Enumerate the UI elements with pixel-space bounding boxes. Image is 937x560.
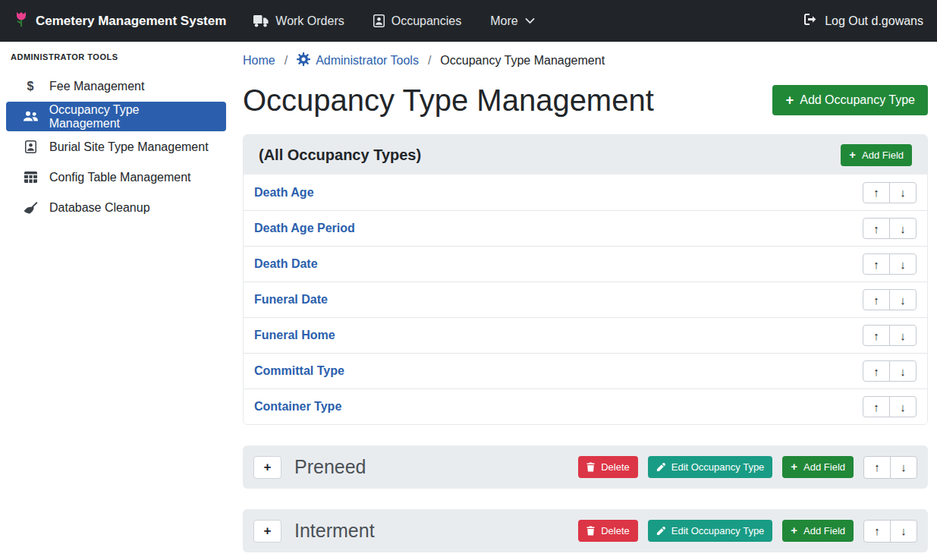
move-up-button[interactable]: ↑ [863, 253, 890, 275]
sidebar-item-fee-management[interactable]: $ Fee Management [6, 71, 226, 101]
delete-button[interactable]: Delete [578, 456, 638, 478]
delete-button[interactable]: Delete [578, 520, 638, 542]
breadcrumb-separator: / [428, 54, 431, 68]
move-up-button[interactable]: ↑ [863, 360, 890, 382]
reorder-controls: ↑ ↓ [863, 520, 917, 543]
sidebar-item-database-cleanup[interactable]: Database Cleanup [6, 193, 226, 222]
button-label: Edit Occupancy Type [671, 525, 765, 536]
dollar-icon: $ [21, 80, 39, 93]
breadcrumb-current: Occupancy Type Management [440, 54, 605, 68]
button-label: Add Field [803, 525, 845, 536]
add-field-button[interactable]: + Add Field [782, 520, 854, 542]
expand-button[interactable]: + [253, 456, 281, 479]
portrait-icon [21, 140, 39, 153]
field-link[interactable]: Funeral Date [254, 293, 328, 307]
field-link[interactable]: Death Age [254, 186, 314, 200]
arrow-down-icon: ↓ [900, 222, 906, 235]
arrow-up-icon: ↑ [874, 524, 880, 537]
reorder-controls: ↑ ↓ [863, 253, 917, 275]
arrow-up-icon: ↑ [873, 222, 879, 235]
arrow-up-icon: ↑ [873, 294, 879, 307]
sidebar-item-occupancy-type-management[interactable]: Occupancy Type Management [6, 102, 226, 131]
move-up-button[interactable]: ↑ [863, 218, 890, 239]
logout-icon [804, 14, 818, 28]
field-row: Death Date ↑ ↓ [244, 246, 927, 282]
reorder-controls: ↑ ↓ [863, 218, 917, 239]
field-row: Committal Type ↑ ↓ [244, 353, 927, 389]
button-label: Delete [601, 461, 630, 473]
sidebar-item-config-table-management[interactable]: Config Table Management [6, 162, 226, 192]
field-link[interactable]: Committal Type [254, 364, 344, 378]
reorder-controls: ↑ ↓ [863, 325, 917, 346]
pencil-icon [656, 527, 665, 536]
arrow-up-icon: ↑ [873, 258, 879, 271]
move-up-button[interactable]: ↑ [863, 325, 890, 346]
nav-label: Work Orders [275, 14, 344, 28]
button-label: Add Field [803, 461, 845, 473]
add-field-button[interactable]: + Add Field [841, 144, 912, 166]
arrow-down-icon: ↓ [900, 365, 906, 378]
move-down-button[interactable]: ↓ [889, 360, 917, 382]
field-link[interactable]: Death Date [254, 257, 318, 271]
nav-occupancies[interactable]: Occupancies [373, 14, 462, 28]
move-up-button[interactable]: ↑ [863, 456, 891, 479]
edit-occupancy-type-button[interactable]: Edit Occupancy Type [648, 520, 773, 542]
expand-button[interactable]: + [253, 520, 281, 543]
section-title: Preneed [294, 456, 565, 478]
nav-more[interactable]: More [490, 14, 534, 28]
breadcrumb-home[interactable]: Home [243, 54, 275, 68]
field-link[interactable]: Container Type [254, 400, 341, 414]
flower-logo-icon [14, 11, 29, 31]
arrow-up-icon: ↑ [873, 329, 879, 342]
logout-button[interactable]: Log Out d.gowans [804, 14, 923, 28]
arrow-up-icon: ↑ [873, 186, 879, 199]
portrait-icon [373, 14, 385, 27]
breadcrumb-separator: / [285, 54, 288, 68]
move-down-button[interactable]: ↓ [889, 218, 917, 239]
plus-icon: + [785, 93, 794, 107]
move-up-button[interactable]: ↑ [863, 396, 890, 417]
move-up-button[interactable]: ↑ [863, 520, 891, 543]
section-actions: Delete Edit Occupancy Type + Add Field ↑ [578, 520, 917, 543]
move-down-button[interactable]: ↓ [890, 456, 917, 479]
title-row: Occupancy Type Management + Add Occupanc… [243, 83, 928, 118]
field-link[interactable]: Funeral Home [254, 329, 335, 342]
sidebar-item-burial-site-type-management[interactable]: Burial Site Type Management [6, 132, 226, 162]
field-row: Death Age ↑ ↓ [244, 175, 927, 210]
trash-icon [586, 526, 595, 536]
field-row: Death Age Period ↑ ↓ [244, 210, 927, 246]
arrow-down-icon: ↓ [901, 461, 907, 473]
field-link[interactable]: Death Age Period [254, 222, 355, 235]
card-header: (All Occupancy Types) + Add Field [244, 135, 927, 175]
add-occupancy-type-button[interactable]: + Add Occupancy Type [772, 85, 928, 115]
breadcrumb: Home / Administrator Tools / Occupancy T… [243, 48, 928, 69]
move-down-button[interactable]: ↓ [889, 289, 917, 310]
app-brand[interactable]: Cemetery Management System [14, 11, 226, 31]
move-up-button[interactable]: ↑ [863, 182, 890, 203]
sidebar-item-label: Burial Site Type Management [49, 140, 209, 154]
field-row: Container Type ↑ ↓ [244, 389, 927, 424]
arrow-down-icon: ↓ [900, 186, 906, 199]
move-down-button[interactable]: ↓ [889, 182, 917, 203]
sidebar-item-label: Occupancy Type Management [49, 103, 211, 131]
pencil-icon [656, 463, 665, 472]
add-field-button[interactable]: + Add Field [782, 456, 854, 478]
arrow-up-icon: ↑ [873, 401, 879, 414]
nav-work-orders[interactable]: Work Orders [253, 14, 344, 28]
arrow-up-icon: ↑ [874, 461, 880, 473]
chevron-down-icon [525, 17, 535, 24]
broom-icon [21, 202, 39, 214]
move-down-button[interactable]: ↓ [890, 520, 917, 543]
move-down-button[interactable]: ↓ [889, 396, 917, 417]
users-icon [21, 111, 39, 122]
move-down-button[interactable]: ↓ [889, 325, 917, 346]
reorder-controls: ↑ ↓ [863, 182, 917, 203]
sidebar-item-label: Fee Management [49, 80, 144, 93]
arrow-down-icon: ↓ [900, 294, 906, 307]
breadcrumb-admin-tools[interactable]: Administrator Tools [297, 52, 419, 69]
move-down-button[interactable]: ↓ [889, 253, 917, 275]
edit-occupancy-type-button[interactable]: Edit Occupancy Type [648, 456, 773, 478]
arrow-down-icon: ↓ [901, 524, 907, 537]
move-up-button[interactable]: ↑ [863, 289, 890, 310]
sidebar: Administrator Tools $ Fee Management Occ… [0, 42, 232, 560]
